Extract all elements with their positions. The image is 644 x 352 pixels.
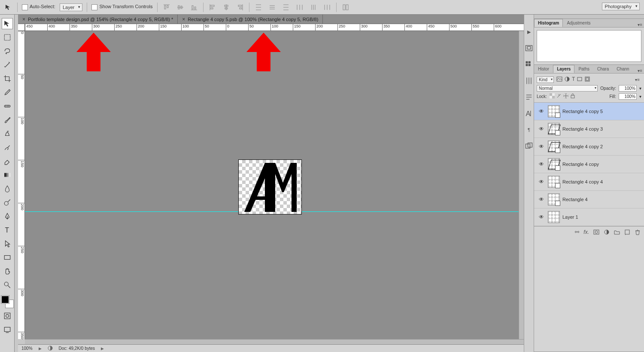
layer-name[interactable]: Rectangle 4 copy xyxy=(562,162,599,167)
color-swatches[interactable] xyxy=(1,296,13,308)
hand-tool[interactable] xyxy=(2,266,13,277)
navigator-icon[interactable] xyxy=(525,44,533,52)
layer-thumbnail[interactable] xyxy=(548,105,560,117)
lock-position-icon[interactable] xyxy=(563,93,568,100)
paragraph-styles-icon[interactable]: ¶ xyxy=(525,125,533,134)
layer-row[interactable]: 👁Rectangle 4 copy 5 xyxy=(534,103,644,120)
lock-image-icon[interactable] xyxy=(556,93,562,100)
align-vertical-centers-icon[interactable] xyxy=(176,3,185,12)
align-right-edges-icon[interactable] xyxy=(235,3,245,12)
healing-brush-tool[interactable] xyxy=(2,101,13,112)
move-tool[interactable] xyxy=(2,18,13,29)
tab-paths[interactable]: Paths xyxy=(574,65,593,73)
path-selection-tool[interactable] xyxy=(2,238,13,249)
filter-type-icon[interactable]: T xyxy=(572,76,575,83)
document-tab-2[interactable]: × Rectangle 4 copy 5.psb @ 100% (Rectang… xyxy=(178,15,323,24)
workspace-select[interactable]: Photography xyxy=(602,3,640,10)
magic-wand-tool[interactable] xyxy=(2,59,13,70)
document-canvas[interactable] xyxy=(239,160,301,214)
auto-select-target-select[interactable]: Layer xyxy=(60,3,83,11)
blur-tool[interactable] xyxy=(2,183,13,194)
dodge-tool[interactable] xyxy=(2,197,13,208)
quick-mask-toggle[interactable] xyxy=(2,310,13,321)
ruler-vertical[interactable]: 050100150200250300350 xyxy=(18,31,25,339)
document-tab-1[interactable]: × Portfolio template design.psd @ 154% (… xyxy=(18,15,178,24)
character-icon[interactable]: A xyxy=(525,109,533,118)
filter-shape-icon[interactable] xyxy=(577,76,583,83)
layer-thumbnail[interactable] xyxy=(548,193,560,205)
visibility-toggle-icon[interactable]: 👁 xyxy=(538,108,545,114)
align-horizontal-centers-icon[interactable] xyxy=(222,3,231,12)
layer-thumbnail[interactable] xyxy=(548,141,560,153)
filter-smartobject-icon[interactable] xyxy=(584,76,590,83)
tab-chara[interactable]: Chara xyxy=(593,65,613,73)
new-group-icon[interactable] xyxy=(614,229,620,236)
layer-thumbnail[interactable] xyxy=(548,158,560,170)
layer-name[interactable]: Rectangle 4 xyxy=(562,197,588,202)
lock-all-icon[interactable] xyxy=(570,93,575,100)
panel-menu-icon[interactable]: ▾≡ xyxy=(635,77,641,82)
layer-row[interactable]: 👁Rectangle 4 xyxy=(534,191,644,208)
zoom-tool[interactable] xyxy=(2,279,13,291)
brush-tool[interactable] xyxy=(2,114,13,125)
distribute-right-edges-icon[interactable] xyxy=(322,3,332,12)
close-icon[interactable]: × xyxy=(22,16,25,22)
foreground-color-swatch[interactable] xyxy=(1,296,9,303)
layer-row[interactable]: 👁Rectangle 4 copy xyxy=(534,156,644,173)
align-bottom-edges-icon[interactable] xyxy=(189,3,199,12)
layer-row[interactable]: 👁Rectangle 4 copy 3 xyxy=(534,120,644,138)
layer-style-icon[interactable]: fx. xyxy=(583,229,589,236)
panel-collapse-handle[interactable] xyxy=(534,15,644,19)
visibility-toggle-icon[interactable]: 👁 xyxy=(538,179,545,185)
layer-name[interactable]: Layer 1 xyxy=(562,214,578,220)
swatches-icon[interactable] xyxy=(525,60,533,69)
close-icon[interactable]: × xyxy=(182,16,185,22)
fill-dropdown-icon[interactable]: ▾ xyxy=(639,94,641,99)
blend-mode-select[interactable]: Normal xyxy=(537,85,598,92)
lock-transparency-icon[interactable] xyxy=(550,93,555,100)
rectangle-shape-tool[interactable] xyxy=(2,252,13,263)
filter-pixel-icon[interactable] xyxy=(556,76,562,83)
adjustment-layer-icon[interactable] xyxy=(604,229,610,236)
layer-name[interactable]: Rectangle 4 copy 3 xyxy=(562,126,603,132)
gradient-tool[interactable] xyxy=(2,169,13,181)
show-transform-checkbox[interactable]: Show Transform Controls xyxy=(91,4,152,10)
eyedropper-tool[interactable] xyxy=(2,87,13,98)
layer-thumbnail[interactable] xyxy=(548,211,560,223)
clone-source-icon[interactable] xyxy=(525,142,533,150)
tab-chann[interactable]: Chann xyxy=(613,65,633,73)
distribute-vertical-centers-icon[interactable] xyxy=(267,3,277,12)
tab-histor[interactable]: Histor xyxy=(534,65,553,73)
layer-thumbnail[interactable] xyxy=(548,176,560,188)
type-tool[interactable]: T xyxy=(2,224,13,236)
align-left-edges-icon[interactable] xyxy=(208,3,217,12)
screen-mode-toggle[interactable] xyxy=(2,324,13,335)
doc-info-menu-icon[interactable]: ▶ xyxy=(101,346,104,351)
layer-row[interactable]: 👁Rectangle 4 copy 2 xyxy=(534,138,644,156)
visibility-toggle-icon[interactable]: 👁 xyxy=(538,196,545,202)
visibility-toggle-icon[interactable]: 👁 xyxy=(538,126,545,132)
expose-icon[interactable] xyxy=(48,346,53,352)
panel-menu-icon[interactable]: ▾≡ xyxy=(638,22,644,27)
horizontal-scrollbar[interactable] xyxy=(25,339,524,344)
crop-tool[interactable] xyxy=(2,73,13,84)
auto-select-checkbox[interactable]: Auto-Select: xyxy=(22,4,55,10)
auto-align-icon[interactable] xyxy=(341,3,350,12)
layer-row[interactable]: 👁Rectangle 4 copy 4 xyxy=(534,173,644,191)
opacity-dropdown-icon[interactable]: ▾ xyxy=(639,86,641,91)
brushes-icon[interactable] xyxy=(525,77,533,85)
new-layer-icon[interactable] xyxy=(624,229,630,236)
delete-layer-icon[interactable] xyxy=(635,229,641,236)
distribute-horizontal-centers-icon[interactable] xyxy=(309,3,318,12)
ruler-horizontal[interactable]: 4504003503002502001501005005010015020025… xyxy=(25,24,524,31)
tab-histogram[interactable]: Histogram xyxy=(534,19,563,27)
layer-filter-kind-select[interactable]: Kind xyxy=(537,77,554,83)
lasso-tool[interactable] xyxy=(2,46,13,57)
fill-input[interactable]: 100% xyxy=(619,93,637,100)
rectangular-marquee-tool[interactable] xyxy=(2,32,13,43)
panel-menu-icon[interactable]: ▾≡ xyxy=(638,68,644,73)
link-layers-icon[interactable]: ⚯ xyxy=(575,229,579,236)
align-top-edges-icon[interactable] xyxy=(162,3,171,12)
tab-adjustments[interactable]: Adjustments xyxy=(563,19,594,27)
distribute-left-edges-icon[interactable] xyxy=(295,3,304,12)
